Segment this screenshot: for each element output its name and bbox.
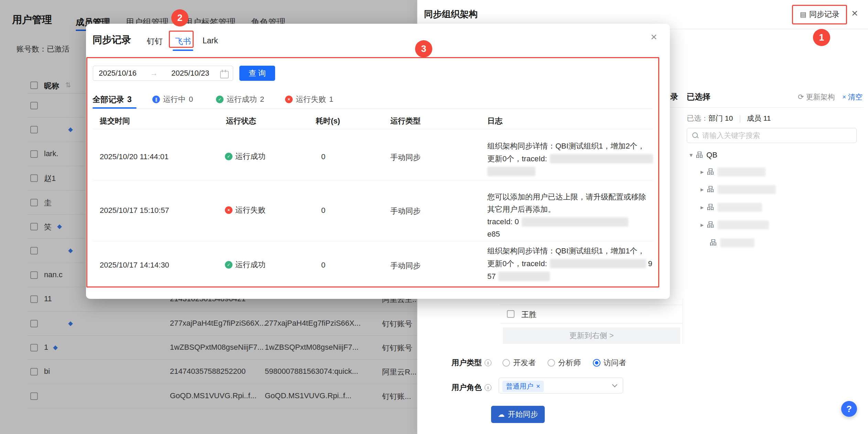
filter-count: 2 [260, 95, 264, 104]
annotation-circle-3: 3 [415, 40, 432, 57]
user-role-select[interactable]: 普通用户 × [499, 378, 623, 393]
member-name: 王胜 [521, 310, 536, 320]
info-icon: i [485, 384, 491, 391]
modal-close-icon[interactable]: × [651, 31, 657, 42]
modal-tab-feishu[interactable]: 飞书 [175, 36, 191, 47]
chevron-down-icon [612, 382, 618, 388]
success-icon: ✓ [225, 261, 232, 269]
redacted-node-name [720, 238, 755, 247]
clear-button[interactable]: × 清空 [842, 92, 862, 102]
sync-records-label: 同步记录 [809, 9, 839, 20]
row-status: ✓ 运行成功 [225, 151, 265, 162]
active-filter-underline [93, 107, 137, 109]
transfer-divider [683, 299, 683, 344]
org-icon: 品 [696, 150, 703, 160]
table-header-divider [93, 129, 653, 129]
row-submit-time: 2025/10/17 15:10:57 [100, 206, 169, 215]
filter-running[interactable]: ∥ 运行中 0 [152, 94, 193, 105]
caret-right-icon[interactable]: ▸ [701, 221, 704, 229]
modal-tab-dingtalk[interactable]: 钉钉 [147, 36, 163, 47]
redacted-trace-id [522, 217, 628, 227]
modal-title: 同步记录 [93, 33, 131, 46]
radio-analyst[interactable]: 分析师 [547, 358, 581, 368]
org-icon: 品 [707, 167, 714, 176]
tree-node[interactable]: ▸ 品 [701, 185, 776, 194]
row-submit-time: 2025/10/20 11:44:01 [100, 152, 169, 161]
selected-panel-actions: ⟳ 更新架构 × 清空 [798, 92, 862, 102]
col-duration: 耗时(s) [316, 116, 340, 126]
row-submit-time: 2025/10/17 14:14:30 [100, 261, 169, 270]
caret-down-icon[interactable]: ▾ [690, 151, 693, 159]
screen: 用户管理 成员管理 用户组管理 用户标签管理 角色管理 账号数：已激活 昵称 ⇅… [0, 0, 868, 434]
radio-icon[interactable] [502, 359, 510, 367]
row-run-type: 手动同步 [390, 206, 421, 216]
tree-node[interactable]: 品 [710, 238, 755, 247]
success-icon: ✓ [225, 153, 232, 160]
tag-close-icon[interactable]: × [536, 382, 540, 390]
user-role-tag: 普通用户 × [502, 381, 544, 392]
query-button[interactable]: 查 询 [239, 66, 275, 81]
row-divider [93, 181, 653, 181]
drawer-title: 同步组织架构 [424, 8, 478, 20]
sync-records-modal: 同步记录 钉钉 飞书 Lark × 2025/10/16 → 2025/10/2… [86, 24, 670, 299]
row-divider [93, 241, 653, 241]
tree-node[interactable]: ▸ 品 [701, 203, 762, 212]
radio-visitor[interactable]: 访问者 [593, 358, 626, 368]
row-run-type: 手动同步 [390, 152, 421, 163]
tree-node[interactable]: ▸ 品 [701, 167, 766, 176]
sync-records-button[interactable]: ▤ 同步记录 [800, 9, 839, 20]
search-icon [692, 132, 699, 139]
calendar-icon[interactable] [220, 70, 227, 77]
fail-icon: × [225, 206, 232, 214]
redacted-trace-id [487, 167, 535, 176]
cloud-icon: ☁ [498, 410, 505, 419]
selected-panel-title: 已选择 [687, 91, 710, 102]
update-to-right-button[interactable]: 更新到右侧 > [503, 327, 680, 344]
tree-root-node[interactable]: ▾ 品 QB [690, 150, 717, 160]
radio-icon[interactable] [547, 359, 555, 367]
selected-summary: 已选：部门 10｜成员 11 [687, 113, 771, 123]
member-checkbox[interactable] [507, 310, 514, 318]
date-range-picker[interactable]: 2025/10/16 → 2025/10/23 [93, 66, 233, 81]
filter-failed[interactable]: × 运行失败 1 [285, 94, 333, 105]
start-sync-button[interactable]: ☁ 开始同步 [491, 406, 545, 423]
active-modal-tab-underline [173, 50, 193, 51]
update-structure-button[interactable]: ⟳ 更新架构 [798, 92, 835, 102]
redacted-trace-id [550, 154, 653, 163]
filter-count: 1 [329, 95, 333, 104]
trash-icon: × [842, 94, 846, 101]
redacted-trace-id [498, 272, 550, 281]
records-icon: ▤ [800, 10, 806, 19]
redacted-node-name [717, 167, 766, 176]
radio-icon-selected[interactable] [593, 359, 600, 367]
tree-node[interactable]: ▸ 品 [701, 220, 769, 229]
org-icon: 品 [707, 185, 714, 194]
member-list-row[interactable]: 王胜 [500, 305, 683, 324]
success-icon: ✓ [216, 96, 224, 103]
range-arrow-icon: → [148, 69, 161, 78]
fail-icon: × [285, 96, 293, 103]
selected-panel-divider [670, 107, 864, 108]
caret-right-icon[interactable]: ▸ [701, 204, 704, 211]
caret-right-icon[interactable]: ▸ [701, 186, 704, 193]
filter-count: 0 [189, 95, 193, 104]
org-icon: 品 [707, 203, 714, 212]
col-run-type: 运行类型 [390, 116, 421, 126]
search-box[interactable] [687, 128, 857, 143]
radio-developer[interactable]: 开发者 [502, 358, 536, 368]
redacted-node-name [717, 220, 769, 229]
col-submit-time: 提交时间 [100, 116, 130, 126]
drawer-close-icon[interactable]: × [851, 8, 858, 19]
modal-tab-lark[interactable]: Lark [203, 36, 218, 45]
row-duration: 0 [321, 152, 325, 161]
help-button[interactable]: ? [841, 401, 857, 417]
caret-right-icon[interactable]: ▸ [701, 168, 704, 176]
end-date[interactable]: 2025/10/23 [171, 69, 209, 78]
filter-all-records[interactable]: 全部记录 3 [93, 94, 132, 105]
filter-success[interactable]: ✓ 运行成功 2 [216, 94, 264, 105]
start-date[interactable]: 2025/10/16 [99, 69, 137, 78]
col-log: 日志 [487, 116, 502, 126]
row-status: × 运行失败 [225, 205, 265, 215]
redacted-node-name [717, 203, 762, 212]
search-input[interactable] [702, 131, 851, 140]
